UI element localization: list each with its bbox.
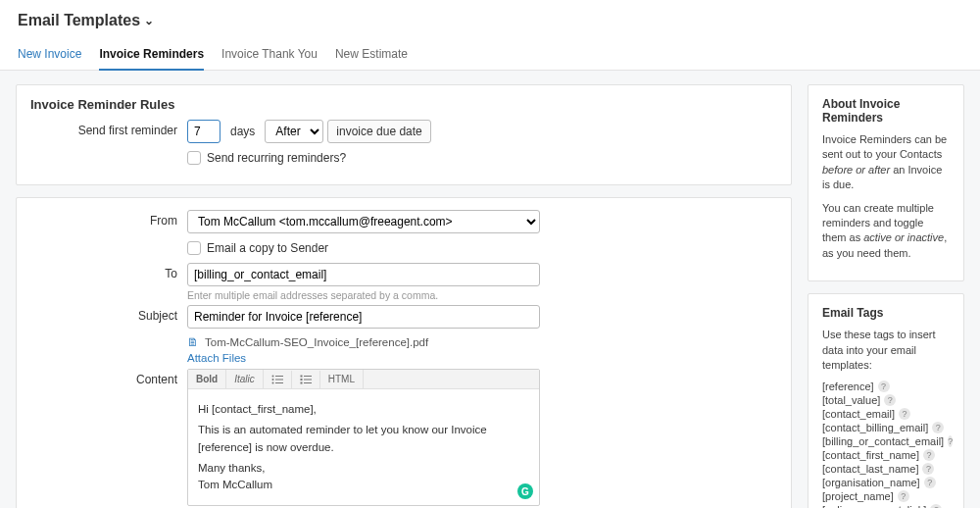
email-tag[interactable]: [reference]? bbox=[822, 381, 950, 392]
email-tag-text: [project_name] bbox=[822, 490, 894, 502]
to-label: To bbox=[30, 263, 187, 280]
from-label: From bbox=[30, 210, 187, 228]
tags-panel: Email Tags Use these tags to insert data… bbox=[808, 293, 964, 508]
grammarly-icon: G bbox=[517, 483, 533, 499]
content-line-2: This is an automated reminder to let you… bbox=[198, 422, 529, 456]
svg-rect-7 bbox=[304, 376, 312, 377]
content-editor: Bold Italic HTML Hi [contact_first_nam bbox=[187, 369, 540, 506]
left-column: Invoice Reminder Rules Send first remind… bbox=[16, 84, 792, 506]
recurring-checkbox[interactable] bbox=[187, 151, 201, 165]
email-tag[interactable]: [contact_billing_email]? bbox=[822, 422, 950, 433]
rte-numbered-list-button[interactable] bbox=[292, 371, 320, 388]
email-tag[interactable]: [contact_first_name]? bbox=[822, 449, 950, 461]
email-tag-text: [contact_first_name] bbox=[822, 449, 919, 461]
about-p2: You can create multiple reminders and to… bbox=[822, 201, 950, 262]
rte-bullet-list-button[interactable] bbox=[264, 371, 292, 388]
tab-new-invoice[interactable]: New Invoice bbox=[18, 41, 81, 70]
body: Invoice Reminder Rules Send first remind… bbox=[0, 71, 980, 508]
help-icon[interactable]: ? bbox=[878, 381, 890, 392]
help-icon[interactable]: ? bbox=[884, 394, 896, 406]
svg-rect-5 bbox=[275, 382, 283, 383]
email-tag[interactable]: [billing_or_contact_email]? bbox=[822, 435, 950, 447]
tab-invoice-thank-you[interactable]: Invoice Thank You bbox=[221, 41, 318, 70]
from-select[interactable]: Tom McCallum <tom.mccallum@freeagent.com… bbox=[187, 210, 540, 233]
days-input[interactable] bbox=[187, 120, 220, 143]
content-line-3: Many thanks, bbox=[198, 462, 265, 474]
days-unit: days bbox=[224, 125, 261, 138]
content-line-4: Tom McCallum bbox=[198, 479, 272, 490]
to-input[interactable] bbox=[187, 263, 540, 286]
page-title-dropdown[interactable]: Email Templates ⌄ bbox=[18, 12, 154, 29]
svg-rect-9 bbox=[304, 379, 312, 380]
email-tag[interactable]: [contact_email]? bbox=[822, 408, 950, 420]
file-icon: 🗎 bbox=[187, 336, 199, 348]
tags-list: [reference]?[total_value]?[contact_email… bbox=[822, 381, 950, 508]
recurring-checkbox-row[interactable]: Send recurring reminders? bbox=[187, 151, 540, 165]
rte-bold-button[interactable]: Bold bbox=[188, 370, 226, 388]
tags-panel-title: Email Tags bbox=[822, 306, 950, 320]
svg-rect-1 bbox=[275, 376, 283, 377]
help-icon[interactable]: ? bbox=[899, 408, 910, 420]
rules-panel: Invoice Reminder Rules Send first remind… bbox=[16, 84, 792, 185]
tabs: New Invoice Invoice Reminders Invoice Th… bbox=[0, 41, 980, 71]
email-tag[interactable]: [contact_last_name]? bbox=[822, 463, 950, 475]
email-tag[interactable]: [organisation_name]? bbox=[822, 477, 950, 488]
about-panel: About Invoice Reminders Invoice Reminder… bbox=[808, 84, 964, 281]
help-icon[interactable]: ? bbox=[930, 504, 942, 508]
help-icon[interactable]: ? bbox=[922, 463, 934, 475]
subject-input[interactable] bbox=[187, 305, 540, 329]
help-icon[interactable]: ? bbox=[898, 490, 909, 502]
email-tag-text: [organisation_name] bbox=[822, 477, 920, 488]
attachment-filename: Tom-McCallum-SEO_Invoice_[reference].pdf bbox=[205, 336, 428, 348]
tab-invoice-reminders[interactable]: Invoice Reminders bbox=[99, 41, 204, 71]
tags-intro: Use these tags to insert data into your … bbox=[822, 328, 950, 373]
help-icon[interactable]: ? bbox=[923, 449, 935, 461]
svg-rect-8 bbox=[300, 379, 302, 381]
email-tag[interactable]: [total_value]? bbox=[822, 394, 950, 406]
help-icon[interactable]: ? bbox=[932, 422, 944, 433]
tab-new-estimate[interactable]: New Estimate bbox=[335, 41, 408, 70]
email-copy-checkbox[interactable] bbox=[187, 241, 201, 255]
email-tag-text: [billing_or_contact_email] bbox=[822, 435, 944, 447]
rte-toolbar: Bold Italic HTML bbox=[188, 370, 539, 389]
help-icon[interactable]: ? bbox=[924, 477, 936, 488]
svg-point-4 bbox=[271, 381, 273, 383]
attach-files-link[interactable]: Attach Files bbox=[187, 352, 246, 364]
email-copy-label: Email a copy to Sender bbox=[207, 241, 328, 255]
direction-select[interactable]: After bbox=[265, 120, 323, 143]
rte-html-button[interactable]: HTML bbox=[320, 370, 364, 388]
email-copy-row[interactable]: Email a copy to Sender bbox=[187, 241, 540, 255]
email-tag[interactable]: [online_payment_link]? bbox=[822, 504, 950, 508]
svg-rect-10 bbox=[300, 381, 302, 383]
email-tag-text: [reference] bbox=[822, 381, 874, 392]
rte-italic-button[interactable]: Italic bbox=[226, 370, 264, 388]
email-tag-text: [total_value] bbox=[822, 394, 880, 406]
content-label: Content bbox=[30, 369, 187, 386]
email-tag[interactable]: [project_name]? bbox=[822, 490, 950, 502]
rules-panel-title: Invoice Reminder Rules bbox=[30, 97, 777, 112]
anchor-pill: invoice due date bbox=[327, 120, 430, 143]
subject-label: Subject bbox=[30, 305, 187, 323]
to-help-text: Enter multiple email addresses separated… bbox=[187, 289, 540, 301]
svg-point-0 bbox=[271, 375, 273, 377]
page-title-text: Email Templates bbox=[18, 12, 140, 29]
help-icon[interactable]: ? bbox=[948, 435, 953, 447]
svg-point-2 bbox=[271, 379, 273, 381]
about-panel-title: About Invoice Reminders bbox=[822, 97, 950, 125]
rte-body[interactable]: Hi [contact_first_name], This is an auto… bbox=[188, 389, 539, 505]
header: Email Templates ⌄ bbox=[0, 0, 980, 33]
email-form-panel: From Tom McCallum <tom.mccallum@freeagen… bbox=[16, 197, 792, 508]
email-tag-text: [contact_email] bbox=[822, 408, 895, 420]
email-tag-text: [contact_last_name] bbox=[822, 463, 918, 475]
chevron-down-icon: ⌄ bbox=[144, 14, 154, 27]
recurring-label: Send recurring reminders? bbox=[207, 151, 346, 165]
attachment-line: 🗎 Tom-McCallum-SEO_Invoice_[reference].p… bbox=[187, 336, 540, 348]
right-column: About Invoice Reminders Invoice Reminder… bbox=[808, 84, 964, 506]
svg-rect-6 bbox=[300, 375, 302, 377]
content-line-1: Hi [contact_first_name], bbox=[198, 401, 529, 418]
svg-rect-11 bbox=[304, 382, 312, 383]
email-tag-text: [contact_billing_email] bbox=[822, 422, 928, 433]
about-p1: Invoice Reminders can be sent out to you… bbox=[822, 132, 950, 193]
send-first-reminder-label: Send first reminder bbox=[30, 120, 187, 137]
email-tag-text: [online_payment_link] bbox=[822, 504, 926, 508]
